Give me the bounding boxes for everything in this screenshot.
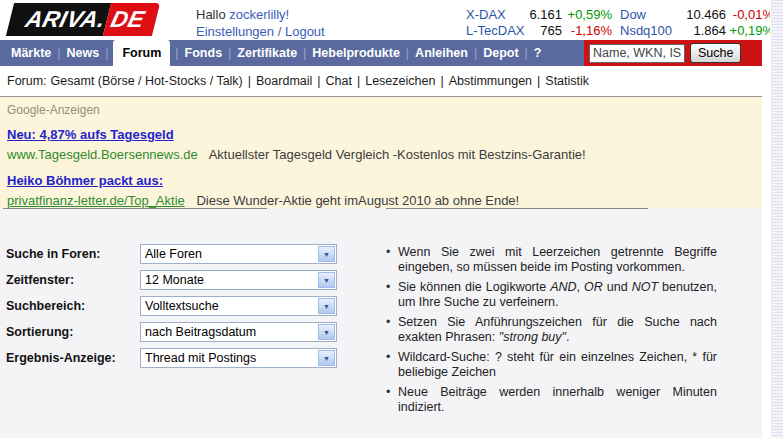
scrollbar[interactable] xyxy=(770,0,783,438)
ticker-change: -1,16% xyxy=(562,23,612,38)
chevron-down-icon: ▼ xyxy=(323,277,330,284)
username-link[interactable]: zockerlilly! xyxy=(229,7,289,22)
ad-divider xyxy=(386,208,648,209)
form-label-ergebnis-anzeige: Ergebnis-Anzeige: xyxy=(6,351,140,365)
form-label-sortierung: Sortierung: xyxy=(6,325,140,339)
settings-link[interactable]: Einstellungen xyxy=(196,24,274,39)
forum-menu-item-lesezeichen[interactable]: Lesezeichen xyxy=(365,74,435,88)
nav-item-depot[interactable]: Depot xyxy=(482,40,519,66)
forum-search-form: Suche in Foren: Alle Foren ▼ Zeitfenster… xyxy=(6,244,338,368)
nav-item-hebelprodukte[interactable]: Hebelprodukte xyxy=(311,40,401,66)
tips-list: Wenn Sie zwei mit Leerzeichen getrennte … xyxy=(385,245,717,420)
quick-search: Suche xyxy=(584,40,762,66)
ad-item: Heiko Böhmer packt aus: privatfinanz-let… xyxy=(7,171,762,208)
ad-title-link[interactable]: Neu: 4,87% aufs Tagesgeld xyxy=(7,127,174,142)
forum-menu-item-abstimmungen[interactable]: Abstimmungen xyxy=(449,74,532,88)
forum-menu-item-gesamt[interactable]: Gesamt (Börse / Hot-Stocks / Talk) xyxy=(51,74,243,88)
ads-section-label: Google-Anzeigen xyxy=(7,103,762,117)
settings-logout-separator: / xyxy=(278,24,282,39)
tip-item: Wenn Sie zwei mit Leerzeichen getrennte … xyxy=(385,245,717,275)
nav-item-news[interactable]: News xyxy=(66,40,101,66)
separator: | xyxy=(175,40,178,66)
separator: | xyxy=(406,40,409,66)
nav-item-fonds[interactable]: Fonds xyxy=(184,40,224,66)
ad-divider xyxy=(3,208,267,209)
separator: | xyxy=(105,40,108,66)
ticker-value: 10.466 xyxy=(680,7,726,22)
select-value: Alle Foren xyxy=(145,247,202,261)
nav-item-anleihen[interactable]: Anleihen xyxy=(414,40,469,66)
chevron-down-icon: ▼ xyxy=(323,251,330,258)
form-label-suche-in-foren: Suche in Foren: xyxy=(6,247,140,261)
chevron-down-icon: ▼ xyxy=(323,355,330,362)
combo-arrow-button[interactable]: ▼ xyxy=(318,350,335,366)
ad-description: Aktuellster Tagesgeld Vergleich -Kostenl… xyxy=(209,147,586,162)
ticker-value: 765 xyxy=(528,23,562,38)
logout-link[interactable]: Logout xyxy=(285,24,325,39)
logo-text-red: DE xyxy=(108,6,148,33)
stock-search-button[interactable]: Suche xyxy=(690,43,741,63)
separator: | xyxy=(317,74,320,88)
ad-url-link[interactable]: www.Tagesgeld.Boersennews.de xyxy=(7,147,198,162)
separator: | xyxy=(248,74,251,88)
market-ticker: X-DAX 6.161 +0,59% Dow 10.466 -0,01% L-T… xyxy=(466,6,774,38)
tip-item: Wildcard-Suche: ? steht für ein einzelne… xyxy=(385,350,717,380)
separator: | xyxy=(228,40,231,66)
select-value: nach Beitragsdatum xyxy=(145,325,256,339)
nav-item-forum[interactable]: Forum xyxy=(113,40,170,66)
select-value: Thread mit Postings xyxy=(145,351,256,365)
combo-arrow-button[interactable]: ▼ xyxy=(318,298,335,314)
forum-menu: Forum: Gesamt (Börse / Hot-Stocks / Talk… xyxy=(0,66,762,97)
separator: | xyxy=(57,40,60,66)
page: ARIVA. DE Hallo zockerlilly! Einstellung… xyxy=(0,0,783,438)
header: ARIVA. DE Hallo zockerlilly! Einstellung… xyxy=(0,0,762,40)
select-sortierung[interactable]: nach Beitragsdatum ▼ xyxy=(140,322,337,342)
separator: | xyxy=(525,40,528,66)
tip-item: Sie können die Logikworte AND, OR und NO… xyxy=(385,280,717,310)
forum-menu-prefix: Forum: xyxy=(7,74,47,88)
combo-arrow-button[interactable]: ▼ xyxy=(318,246,335,262)
greeting-prefix: Hallo xyxy=(196,7,226,22)
select-suche-in-foren[interactable]: Alle Foren ▼ xyxy=(140,244,337,264)
ad-description: Diese Wunder-Aktie geht imAugust 2010 ab… xyxy=(196,193,519,208)
tip-item: Neue Beiträge werden innerhalb weniger M… xyxy=(385,385,717,415)
select-suchbereich[interactable]: Volltextsuche ▼ xyxy=(140,296,337,316)
main-nav: Märkte | News | Forum | Fonds | Zertifik… xyxy=(0,40,762,66)
chevron-down-icon: ▼ xyxy=(323,329,330,336)
ariva-logo[interactable]: ARIVA. DE xyxy=(6,3,160,36)
ticker-value: 6.161 xyxy=(528,7,562,22)
chevron-down-icon: ▼ xyxy=(323,303,330,310)
ticker-change: -0,01% xyxy=(726,7,774,22)
logo-red-shape: DE xyxy=(103,3,160,36)
forum-menu-item-boardmail[interactable]: Boardmail xyxy=(256,74,312,88)
ad-title-link[interactable]: Heiko Böhmer packt aus: xyxy=(7,173,163,188)
nav-item-maerkte[interactable]: Märkte xyxy=(10,40,52,66)
ticker-value: 1.864 xyxy=(680,23,726,38)
separator: | xyxy=(537,74,540,88)
nav-item-help[interactable]: ? xyxy=(533,40,543,66)
forum-menu-item-chat[interactable]: Chat xyxy=(326,74,352,88)
forum-menu-item-statistik[interactable]: Statistik xyxy=(545,74,589,88)
logo-black-shape: ARIVA. xyxy=(6,3,111,36)
ad-url-link[interactable]: privatfinanz-letter.de/Top_Aktie xyxy=(7,193,185,208)
select-zeitfenster[interactable]: 12 Monate ▼ xyxy=(140,270,337,290)
ticker-label[interactable]: L-TecDAX xyxy=(466,23,528,38)
ticker-change: +0,19% xyxy=(726,23,774,38)
ticker-label[interactable]: Dow xyxy=(620,7,680,22)
separator: | xyxy=(474,40,477,66)
ticker-label[interactable]: Nsdq100 xyxy=(620,23,680,38)
stock-search-input[interactable] xyxy=(589,44,685,63)
greeting: Hallo zockerlilly! Einstellungen / Logou… xyxy=(196,6,325,40)
combo-arrow-button[interactable]: ▼ xyxy=(318,324,335,340)
combo-arrow-button[interactable]: ▼ xyxy=(318,272,335,288)
nav-item-zertifikate[interactable]: Zertifikate xyxy=(236,40,298,66)
form-label-suchbereich: Suchbereich: xyxy=(6,299,140,313)
select-value: 12 Monate xyxy=(145,273,204,287)
logo-text-black: ARIVA. xyxy=(23,6,109,33)
content-area: Suche in Foren: Alle Foren ▼ Zeitfenster… xyxy=(0,208,762,438)
ad-item: Neu: 4,87% aufs Tagesgeld www.Tagesgeld.… xyxy=(7,125,762,162)
ticker-label[interactable]: X-DAX xyxy=(466,7,528,22)
tip-item: Setzen Sie Anführungszeichen für die Suc… xyxy=(385,315,717,345)
select-ergebnis-anzeige[interactable]: Thread mit Postings ▼ xyxy=(140,348,337,368)
ticker-change: +0,59% xyxy=(562,7,612,22)
